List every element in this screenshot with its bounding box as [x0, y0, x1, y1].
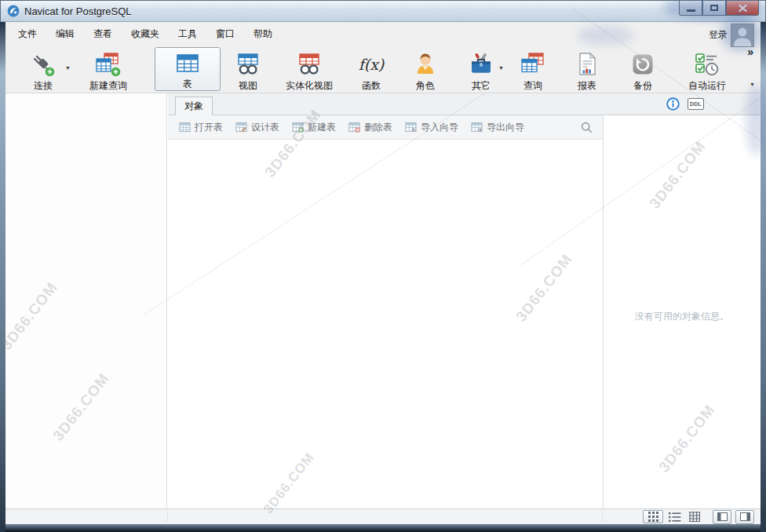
toolbar-queries[interactable]: 查询	[506, 46, 560, 93]
big-icons-view-icon	[648, 512, 658, 522]
maximize-button[interactable]	[702, 1, 726, 16]
toggle-right-panel-button[interactable]	[735, 510, 754, 524]
main-area: 对象 DDL 打开表	[168, 93, 761, 508]
toolbar-new-query[interactable]: 新建查询	[73, 46, 144, 93]
delete-table-button[interactable]: 删除表	[342, 118, 399, 137]
toolbar-tables-label: 表	[183, 78, 192, 91]
delete-table-label: 删除表	[364, 121, 392, 134]
design-table-icon	[235, 121, 248, 133]
toolbar-automation-label: 自动运行	[688, 79, 726, 93]
backup-icon	[629, 49, 656, 78]
toolbar-others[interactable]: 其它 ▼	[456, 46, 506, 93]
search-icon[interactable]	[581, 122, 593, 137]
login-link[interactable]: 登录	[709, 28, 728, 42]
new-table-label: 新建表	[308, 121, 336, 134]
toolbar-views-label: 视图	[239, 79, 257, 93]
automation-checklist-clock-icon	[694, 49, 720, 78]
query-icon	[520, 49, 546, 78]
tab-objects-label: 对象	[184, 100, 203, 113]
role-user-icon	[412, 49, 439, 78]
statusbar-divider	[167, 512, 168, 522]
list-view-icon	[669, 512, 681, 522]
ddl-icon[interactable]: DDL	[688, 98, 704, 110]
right-panel-icon	[740, 512, 750, 521]
menu-file[interactable]: 文件	[9, 22, 46, 46]
toolbar-connection[interactable]: 连接 ▼	[13, 46, 73, 93]
open-table-button[interactable]: 打开表	[173, 118, 229, 137]
toolbar-backup-label: 备份	[633, 79, 652, 93]
tab-bar: 对象 DDL	[168, 93, 761, 115]
object-info-panel: 没有可用的对象信息。	[603, 115, 761, 508]
minimize-icon	[687, 9, 695, 12]
toolbar-new-query-label: 新建查询	[89, 79, 127, 93]
export-wizard-button[interactable]: 导出向导	[465, 118, 531, 137]
toolbar-functions-label: 函数	[362, 79, 381, 93]
window-title: Navicat for PostgreSQL	[24, 5, 132, 17]
menu-help[interactable]: 帮助	[244, 22, 282, 46]
new-query-icon	[94, 49, 122, 78]
toolbar-tables[interactable]: 表	[155, 47, 221, 91]
toolbar-functions[interactable]: f(x) 函数	[348, 46, 395, 93]
minimize-button[interactable]	[679, 1, 702, 16]
close-icon	[739, 5, 747, 12]
tab-objects[interactable]: 对象	[175, 97, 213, 115]
big-icons-view-button[interactable]	[643, 510, 663, 523]
materialized-view-icon	[296, 49, 323, 78]
menu-window[interactable]: 窗口	[206, 22, 244, 46]
menu-favorites[interactable]: 收藏夹	[122, 22, 169, 46]
others-dropdown-caret-icon[interactable]: ▼	[498, 65, 504, 71]
open-table-label: 打开表	[195, 121, 223, 134]
connections-sidebar[interactable]	[5, 93, 167, 508]
object-toolbar: 打开表 设计表 新建表	[168, 115, 603, 140]
new-table-icon	[292, 121, 305, 133]
content-area: 对象 DDL 打开表	[5, 93, 761, 508]
close-button[interactable]	[726, 1, 759, 16]
object-list-area[interactable]	[168, 140, 603, 508]
maximize-icon	[710, 5, 718, 11]
left-panel-icon	[717, 512, 728, 521]
toolbox-icon	[468, 49, 494, 78]
status-bar	[5, 508, 761, 524]
toolbar-reports[interactable]: 报表	[560, 46, 615, 93]
list-view-button[interactable]	[667, 510, 683, 523]
export-wizard-icon	[471, 121, 483, 133]
main-toolbar: 连接 ▼ 新建查询 表	[5, 46, 761, 93]
menu-tools[interactable]: 工具	[169, 22, 206, 46]
toolbar-views[interactable]: 视图	[225, 46, 271, 93]
menubar: 文件 编辑 查看 收藏夹 工具 窗口 帮助 登录	[5, 22, 761, 46]
user-avatar[interactable]	[731, 24, 754, 47]
import-wizard-button[interactable]: 导入向导	[399, 118, 465, 137]
toolbar-overflow-chevron-icon[interactable]: »	[747, 46, 753, 58]
window-border-left	[0, 22, 5, 532]
toolbar-roles-label: 角色	[416, 79, 435, 93]
statusbar-divider	[602, 512, 603, 522]
detail-view-icon	[689, 512, 700, 522]
import-wizard-label: 导入向导	[421, 121, 458, 134]
design-table-button[interactable]: 设计表	[229, 118, 286, 137]
toolbar-more-caret-icon[interactable]: ▼	[750, 82, 755, 87]
menu-view[interactable]: 查看	[84, 22, 122, 46]
window-border-right	[761, 22, 766, 532]
function-fx-icon: f(x)	[359, 56, 385, 73]
delete-table-icon	[348, 121, 361, 133]
window-border-bottom	[0, 524, 766, 532]
info-icon[interactable]	[666, 97, 680, 111]
toolbar-others-label: 其它	[472, 79, 491, 93]
toolbar-roles[interactable]: 角色	[395, 46, 456, 93]
import-wizard-icon	[405, 121, 418, 133]
export-wizard-label: 导出向导	[487, 121, 524, 134]
user-silhouette-icon	[731, 24, 753, 46]
menu-edit[interactable]: 编辑	[46, 22, 84, 46]
connection-dropdown-caret-icon[interactable]: ▼	[65, 65, 71, 71]
toolbar-reports-label: 报表	[578, 79, 596, 93]
toolbar-automation[interactable]: 自动运行	[671, 46, 743, 93]
view-icon	[235, 49, 261, 78]
table-icon	[174, 50, 201, 77]
toolbar-materialized-views[interactable]: 实体化视图	[271, 46, 348, 93]
detail-view-button[interactable]	[687, 510, 702, 523]
empty-object-info-message: 没有可用的对象信息。	[604, 310, 761, 323]
toggle-left-panel-button[interactable]	[713, 510, 731, 524]
toolbar-backup[interactable]: 备份	[615, 46, 671, 93]
report-document-icon	[574, 49, 600, 78]
new-table-button[interactable]: 新建表	[286, 118, 342, 137]
